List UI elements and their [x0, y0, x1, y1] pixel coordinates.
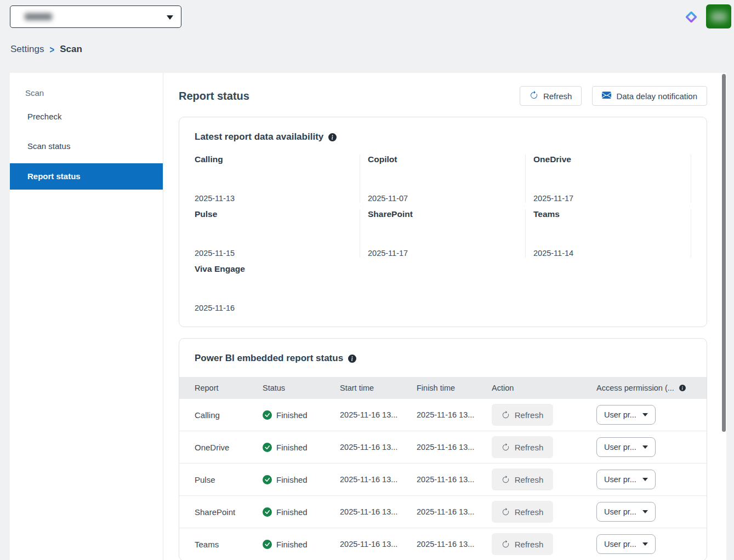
breadcrumb-settings[interactable]: Settings	[10, 44, 44, 55]
service-name: Viva Engage	[195, 264, 352, 274]
row-refresh-label: Refresh	[515, 475, 544, 484]
tenant-selector[interactable]	[10, 5, 181, 28]
table-row: Calling Finished 2025-11-16 13... 2025-1…	[179, 399, 707, 431]
access-permission-dropdown[interactable]: User pr...	[596, 534, 656, 554]
action-cell: Refresh	[492, 533, 596, 555]
check-circle-icon	[263, 540, 272, 549]
access-permission-dropdown[interactable]: User pr...	[596, 502, 656, 522]
start-time-cell: 2025-11-16 13...	[340, 475, 417, 484]
finish-time-cell: 2025-11-16 13...	[417, 540, 492, 548]
row-refresh-label: Refresh	[515, 507, 544, 517]
service-name: Teams	[533, 209, 683, 219]
col-action: Action	[492, 384, 596, 392]
status-cell: Finished	[263, 540, 340, 549]
chevron-down-icon	[642, 413, 648, 416]
access-permission-label: User pr...	[604, 475, 636, 484]
sidebar-item-report-status[interactable]: Report status	[10, 163, 163, 190]
finish-time-cell: 2025-11-16 13...	[417, 443, 492, 452]
data-delay-button-label: Data delay notification	[616, 92, 697, 101]
refresh-button[interactable]: Refresh	[520, 86, 582, 106]
access-permission-dropdown[interactable]: User pr...	[596, 470, 656, 489]
access-cell: User pr...	[596, 470, 707, 489]
info-icon[interactable]	[679, 385, 686, 391]
service-date: 2025-11-17	[533, 194, 683, 203]
access-permission-label: User pr...	[604, 507, 636, 516]
status-label: Finished	[276, 475, 308, 484]
availability-item: Copilot 2025-11-07	[360, 155, 526, 203]
status-cell: Finished	[263, 443, 340, 452]
report-name-cell: Calling	[179, 410, 263, 420]
avatar-redacted-initials	[711, 12, 727, 22]
finish-time-cell: 2025-11-16 13...	[417, 410, 492, 419]
sidebar-item-precheck[interactable]: Precheck	[10, 111, 163, 122]
report-name-cell: Teams	[179, 540, 263, 549]
content-area: Report status Refresh Data delay notific…	[164, 73, 726, 560]
row-refresh-button[interactable]: Refresh	[492, 468, 553, 490]
start-time-cell: 2025-11-16 13...	[340, 507, 417, 516]
user-avatar[interactable]	[706, 4, 731, 28]
finish-time-cell: 2025-11-16 13...	[417, 507, 492, 516]
col-report: Report	[179, 384, 263, 392]
service-date: 2025-11-13	[195, 194, 352, 203]
mail-icon	[602, 90, 611, 101]
service-date: 2025-11-14	[533, 249, 683, 258]
row-refresh-button[interactable]: Refresh	[492, 501, 553, 523]
status-cell: Finished	[263, 507, 340, 517]
sidebar-item-scan-status[interactable]: Scan status	[10, 141, 163, 152]
availability-item: Pulse 2025-11-15	[195, 209, 360, 258]
action-cell: Refresh	[492, 436, 596, 458]
access-permission-dropdown[interactable]: User pr...	[596, 405, 656, 425]
copilot-diamond-icon[interactable]	[686, 12, 697, 22]
access-permission-dropdown[interactable]: User pr...	[596, 437, 656, 457]
row-refresh-label: Refresh	[515, 540, 544, 549]
table-row: SharePoint Finished 2025-11-16 13... 202…	[179, 496, 707, 528]
row-refresh-label: Refresh	[515, 410, 544, 420]
powerbi-card-title: Power BI embedded report status	[195, 353, 343, 364]
breadcrumb-separator-icon: >	[49, 43, 54, 55]
availability-item: SharePoint 2025-11-17	[360, 209, 526, 258]
availability-item: Calling 2025-11-13	[195, 155, 360, 203]
powerbi-report-card: Power BI embedded report status Report S…	[179, 338, 707, 560]
vertical-scrollbar[interactable]	[722, 74, 726, 432]
check-circle-icon	[263, 443, 272, 452]
availability-item: OneDrive 2025-11-17	[526, 155, 691, 203]
data-delay-notification-button[interactable]: Data delay notification	[592, 86, 707, 106]
chevron-down-icon	[642, 478, 648, 481]
info-icon[interactable]	[328, 133, 337, 141]
table-row: Pulse Finished 2025-11-16 13... 2025-11-…	[179, 464, 707, 496]
row-refresh-label: Refresh	[515, 443, 544, 452]
breadcrumb-scan: Scan	[60, 44, 82, 55]
start-time-cell: 2025-11-16 13...	[340, 410, 417, 419]
access-permission-label: User pr...	[604, 443, 636, 452]
chevron-down-icon	[167, 15, 173, 20]
service-date: 2025-11-15	[195, 249, 352, 258]
status-cell: Finished	[263, 410, 340, 420]
report-name-cell: OneDrive	[179, 443, 263, 452]
info-icon[interactable]	[348, 355, 356, 363]
status-label: Finished	[276, 410, 308, 420]
service-date: 2025-11-17	[368, 249, 517, 258]
action-cell: Refresh	[492, 501, 596, 523]
sidebar: Scan Precheck Scan status Report status	[10, 73, 163, 560]
check-circle-icon	[263, 507, 272, 517]
availability-card: Latest report data availability Calling …	[179, 117, 707, 327]
service-name: SharePoint	[368, 209, 517, 219]
row-refresh-button[interactable]: Refresh	[492, 404, 553, 426]
row-refresh-button[interactable]: Refresh	[492, 533, 553, 555]
check-circle-icon	[263, 410, 272, 420]
chevron-down-icon	[642, 510, 648, 513]
access-permission-label: User pr...	[604, 410, 636, 419]
report-table-body: Calling Finished 2025-11-16 13... 2025-1…	[179, 399, 707, 560]
refresh-icon	[502, 411, 510, 419]
row-refresh-button[interactable]: Refresh	[492, 436, 553, 458]
table-row: OneDrive Finished 2025-11-16 13... 2025-…	[179, 431, 707, 464]
refresh-icon	[530, 91, 538, 101]
table-row: Teams Finished 2025-11-16 13... 2025-11-…	[179, 528, 707, 560]
start-time-cell: 2025-11-16 13...	[340, 540, 417, 548]
service-name: Copilot	[368, 155, 517, 164]
page-title: Report status	[179, 90, 249, 102]
col-start-time: Start time	[340, 384, 417, 392]
access-cell: User pr...	[596, 534, 707, 554]
status-cell: Finished	[263, 475, 340, 484]
col-status: Status	[263, 384, 340, 392]
